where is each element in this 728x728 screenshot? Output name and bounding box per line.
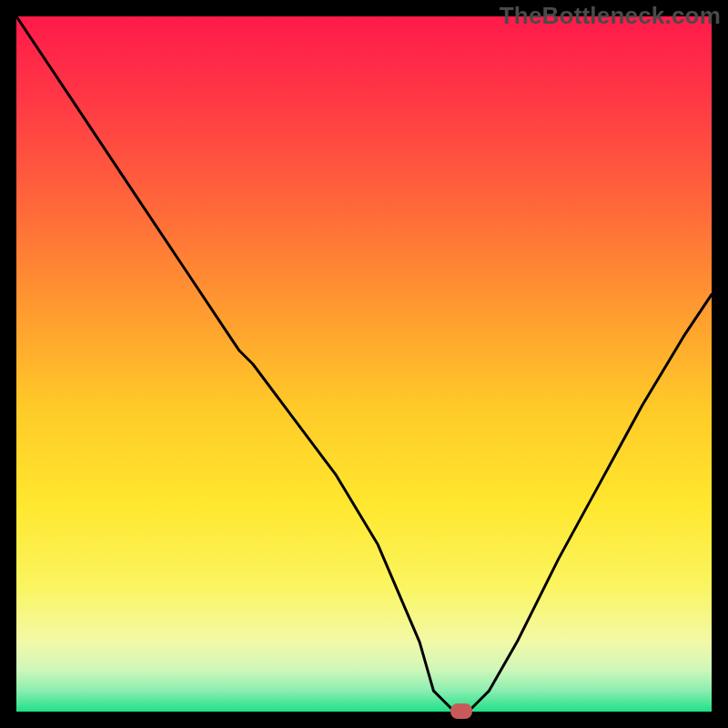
bottleneck-chart: TheBottleneck.com bbox=[0, 0, 728, 728]
plot-background bbox=[16, 16, 712, 712]
optimum-marker bbox=[450, 703, 472, 719]
chart-svg bbox=[0, 0, 728, 728]
watermark-text: TheBottleneck.com bbox=[500, 2, 721, 30]
